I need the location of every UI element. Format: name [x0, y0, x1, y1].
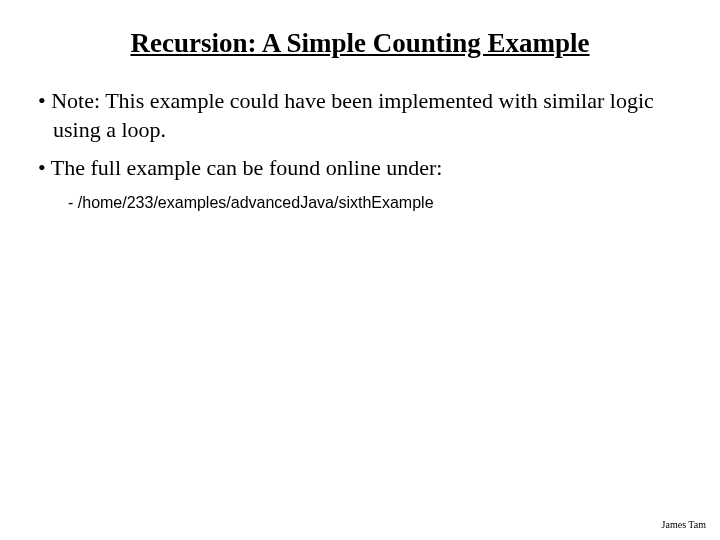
bullet-item: Note: This example could have been imple…: [38, 87, 690, 144]
footer-author: James Tam: [662, 519, 706, 530]
bullet-list: Note: This example could have been imple…: [30, 87, 690, 212]
sub-item-path: /home/233/examples/advancedJava/sixthExa…: [38, 193, 690, 212]
bullet-item: The full example can be found online und…: [38, 154, 690, 183]
slide-title: Recursion: A Simple Counting Example: [30, 28, 690, 59]
